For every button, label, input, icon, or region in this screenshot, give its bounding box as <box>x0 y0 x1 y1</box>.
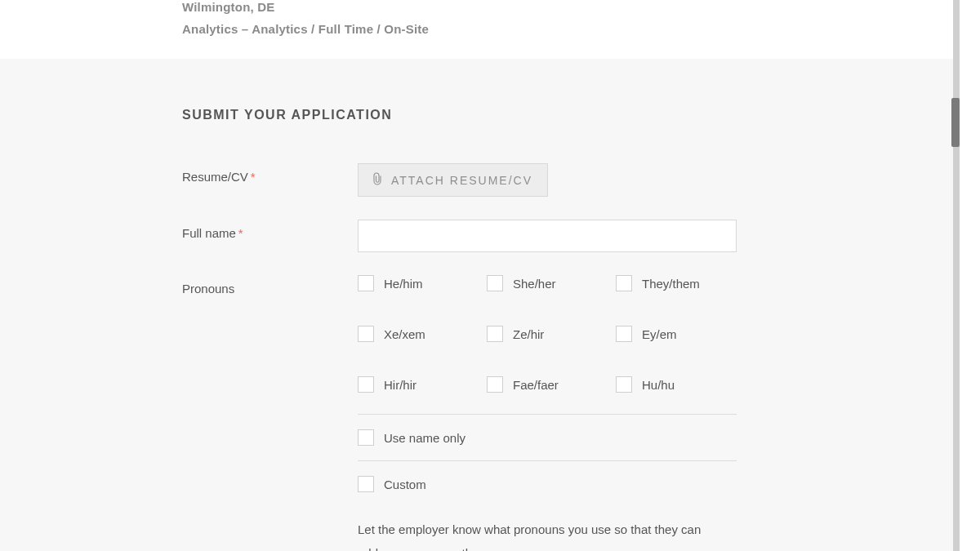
fullname-input[interactable] <box>358 220 737 252</box>
job-breadcrumb: Analytics – Analytics / Full Time / On-S… <box>182 22 960 36</box>
pronoun-option[interactable]: They/them <box>616 275 737 291</box>
checkbox-icon <box>487 376 503 393</box>
required-asterisk: * <box>250 170 256 184</box>
pronoun-grid: He/him She/her They/them Xe/xem Ze/hir E… <box>358 275 737 414</box>
resume-row: Resume/CV * ATTACH RESUME/CV <box>182 163 960 197</box>
scrollbar-thumb[interactable] <box>951 98 960 147</box>
pronouns-label: Pronouns <box>182 275 358 295</box>
section-title: SUBMIT YOUR APPLICATION <box>182 108 960 122</box>
pronoun-option[interactable]: Ey/em <box>616 326 737 342</box>
pronoun-option-label: They/them <box>642 277 700 291</box>
pronoun-option[interactable]: Hu/hu <box>616 376 737 393</box>
pronoun-option-label: He/him <box>384 277 423 291</box>
pronoun-option[interactable]: She/her <box>487 275 608 291</box>
checkbox-icon <box>487 326 503 342</box>
attach-resume-label: ATTACH RESUME/CV <box>391 174 532 187</box>
pronoun-option-label: Ey/em <box>642 327 677 341</box>
pronoun-option-label: Custom <box>384 478 426 491</box>
pronoun-option-label: Fae/faer <box>513 378 559 392</box>
scrollbar-track[interactable] <box>953 0 960 551</box>
pronoun-option-label: She/her <box>513 277 556 291</box>
job-location: Wilmington, DE <box>182 0 960 14</box>
pronoun-option-label: Hir/hir <box>384 378 416 392</box>
pronoun-use-name-only[interactable]: Use name only <box>358 429 466 446</box>
checkbox-icon <box>616 275 632 291</box>
checkbox-icon <box>616 326 632 342</box>
application-form: SUBMIT YOUR APPLICATION Resume/CV * ATTA… <box>0 59 960 551</box>
pronoun-custom[interactable]: Custom <box>358 476 426 492</box>
job-header: Wilmington, DE Analytics – Analytics / F… <box>0 0 960 59</box>
pronoun-option[interactable]: Fae/faer <box>487 376 608 393</box>
pronoun-option[interactable]: Ze/hir <box>487 326 608 342</box>
pronoun-option[interactable]: Hir/hir <box>358 376 479 393</box>
pronoun-option-label: Hu/hu <box>642 378 675 392</box>
pronoun-option[interactable]: He/him <box>358 275 479 291</box>
pronoun-option-label: Use name only <box>384 431 466 445</box>
pronoun-option[interactable]: Xe/xem <box>358 326 479 342</box>
pronoun-option-label: Ze/hir <box>513 327 544 341</box>
checkbox-icon <box>358 376 374 393</box>
checkbox-icon <box>358 476 374 492</box>
fullname-row: Full name * <box>182 220 960 252</box>
resume-label: Resume/CV * <box>182 163 358 184</box>
pronouns-row: Pronouns He/him She/her They/them Xe/xem… <box>182 275 960 551</box>
checkbox-icon <box>358 326 374 342</box>
checkbox-icon <box>487 275 503 291</box>
checkbox-icon <box>616 376 632 393</box>
attach-resume-button[interactable]: ATTACH RESUME/CV <box>358 163 548 197</box>
fullname-label: Full name * <box>182 220 358 240</box>
pronoun-option-label: Xe/xem <box>384 327 425 341</box>
pronoun-help-text: Let the employer know what pronouns you … <box>358 518 717 551</box>
checkbox-icon <box>358 275 374 291</box>
fullname-label-text: Full name <box>182 226 236 240</box>
paperclip-icon <box>373 172 383 188</box>
resume-label-text: Resume/CV <box>182 170 248 184</box>
checkbox-icon <box>358 429 374 446</box>
required-asterisk: * <box>238 226 243 240</box>
